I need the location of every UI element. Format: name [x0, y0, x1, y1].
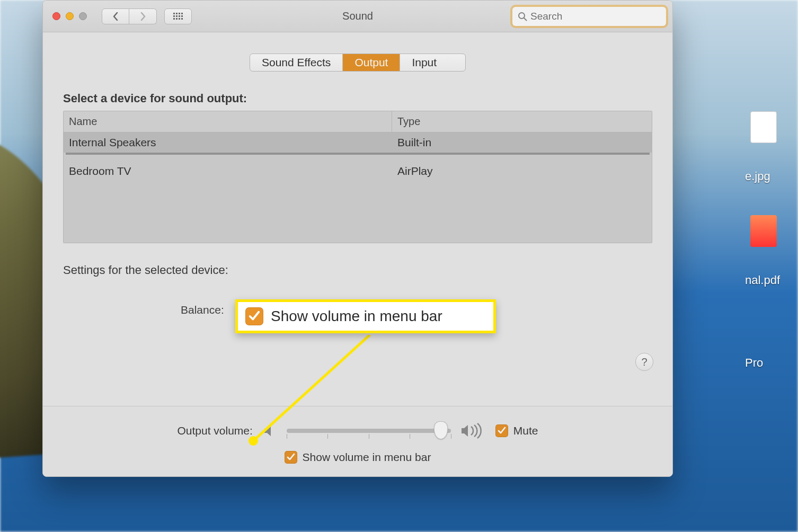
device-section-heading: Select a device for sound output:	[63, 92, 652, 105]
volume-slider-thumb[interactable]	[434, 421, 448, 439]
speaker-low-icon	[262, 423, 277, 438]
grid-icon	[173, 13, 183, 20]
checkbox-checked-icon	[495, 424, 508, 437]
desktop-file-icon[interactable]	[750, 111, 777, 143]
slider-tick	[327, 434, 328, 439]
device-name-cell: Bedroom TV	[64, 161, 392, 181]
search-input[interactable]	[530, 11, 661, 22]
slider-tick	[410, 434, 410, 439]
help-button[interactable]: ?	[635, 353, 653, 371]
titlebar: Sound	[43, 1, 672, 32]
mute-checkbox[interactable]: Mute	[495, 424, 538, 437]
volume-slider[interactable]	[287, 429, 451, 433]
speaker-high-icon	[460, 422, 486, 439]
device-table: Name Type Internal Speakers Built-in Bed…	[63, 111, 652, 243]
output-volume-row: Output volume:	[43, 422, 672, 439]
device-name-cell: Internal Speakers	[64, 132, 392, 153]
column-header-name[interactable]: Name	[64, 111, 392, 132]
annotation-callout: Show volume in menu bar	[235, 299, 496, 333]
desktop-file-label: Pro	[745, 356, 763, 370]
desktop-file-icon[interactable]	[750, 215, 777, 247]
tab-bar: Sound Effects Output Input	[250, 54, 466, 72]
tab-input[interactable]: Input	[400, 54, 448, 71]
sound-preferences-window: Sound Sound Effects Output Input Select …	[42, 0, 673, 477]
table-header: Name Type	[64, 111, 652, 132]
search-icon	[518, 12, 527, 21]
mute-label: Mute	[513, 424, 538, 437]
desktop-file-label: nal.pdf	[745, 273, 780, 287]
footer: Output volume:	[43, 406, 672, 476]
show-volume-menubar-checkbox[interactable]: Show volume in menu bar	[285, 451, 431, 464]
window-controls	[52, 12, 87, 20]
checkbox-checked-icon	[285, 451, 297, 464]
navigation-buttons	[102, 8, 157, 24]
minimize-window-button[interactable]	[66, 12, 74, 20]
selection-underline	[66, 153, 650, 155]
tab-output[interactable]: Output	[343, 54, 400, 71]
desktop-icons-strip: e.jpg nal.pdf Pro	[745, 106, 798, 530]
forward-button[interactable]	[129, 8, 157, 24]
slider-tick	[287, 434, 287, 439]
show-all-button[interactable]	[164, 8, 192, 24]
svg-line-1	[524, 18, 527, 21]
settings-heading: Settings for the selected device:	[63, 263, 652, 277]
tab-sound-effects[interactable]: Sound Effects	[250, 54, 343, 71]
column-header-type[interactable]: Type	[392, 111, 652, 132]
content-area: Sound Effects Output Input Select a devi…	[43, 54, 672, 316]
annotation-callout-label: Show volume in menu bar	[271, 308, 442, 325]
close-window-button[interactable]	[52, 12, 60, 20]
back-button[interactable]	[102, 8, 129, 24]
device-type-cell: AirPlay	[392, 161, 652, 181]
zoom-window-button[interactable]	[79, 12, 87, 20]
chevron-left-icon	[112, 12, 119, 21]
table-body: Internal Speakers Built-in Bedroom TV Ai…	[64, 132, 652, 181]
output-volume-label: Output volume:	[177, 424, 252, 437]
desktop-file-label: e.jpg	[745, 170, 770, 183]
device-type-cell: Built-in	[392, 132, 652, 153]
slider-tick	[451, 434, 451, 439]
slider-tick	[369, 434, 369, 439]
balance-label: Balance:	[181, 304, 224, 316]
show-volume-menubar-label: Show volume in menu bar	[303, 451, 431, 464]
chevron-right-icon	[140, 12, 146, 21]
search-field[interactable]	[512, 7, 666, 26]
show-volume-menubar-row: Show volume in menu bar	[43, 451, 672, 464]
table-row[interactable]: Internal Speakers Built-in	[64, 132, 652, 153]
table-row[interactable]: Bedroom TV AirPlay	[64, 161, 652, 181]
checkbox-checked-icon	[245, 307, 263, 325]
